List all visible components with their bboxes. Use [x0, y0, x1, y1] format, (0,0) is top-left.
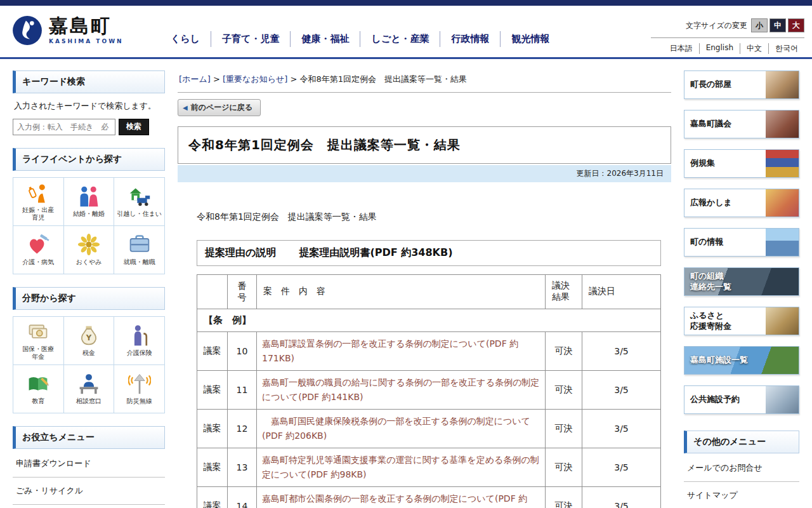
moving-icon: [128, 185, 151, 208]
category-item[interactable]: 介護保険: [114, 317, 165, 365]
case-content-cell: 嘉島町課設置条例の一部を改正する条例の制定について(PDF 約171KB): [257, 331, 546, 370]
sidebar-banner[interactable]: 町の組織 連絡先一覧: [684, 267, 799, 296]
nav-item[interactable]: 子育て・児童: [211, 31, 290, 47]
sidebar-banner[interactable]: 嘉島町施設一覧: [684, 346, 799, 375]
nav-item[interactable]: くらし: [160, 31, 211, 47]
breadcrumb-segment: [重要なお知らせ]: [211, 74, 288, 84]
mayor-photo: [766, 71, 799, 98]
life-event-label: 就職・離職: [124, 258, 155, 267]
life-event-label: 引越し・住まい: [117, 210, 162, 218]
case-number-cell: 14: [228, 487, 257, 508]
header-cell-result: 議決結果: [546, 274, 582, 309]
category-item[interactable]: 教育: [13, 365, 64, 413]
sidebar-banner[interactable]: 町長の部屋: [684, 70, 799, 99]
case-type-cell: 議案: [197, 370, 228, 409]
table-row: 議案 14 嘉島町都市公園条例の一部を改正する条例の制定について(PDF 約16…: [197, 487, 661, 508]
nursing-icon: [128, 324, 151, 347]
breadcrumb-item[interactable]: 令和8年第1回定例会 提出議案等一覧・結果: [299, 74, 467, 84]
case-result-cell: 可決: [546, 448, 582, 487]
back-button[interactable]: ◀ 前のページに戻る: [178, 99, 261, 116]
case-pdf-link[interactable]: 嘉島町国民健康保険税条例の一部を改正する条例の制定について(PDF 約206KB…: [262, 414, 540, 443]
back-arrow-icon: ◀: [183, 104, 188, 111]
font-size-button[interactable]: 小: [751, 18, 768, 32]
other-menu-header: その他のメニュー: [684, 431, 799, 453]
font-size-button[interactable]: 大: [788, 18, 804, 32]
marriage-icon: [77, 185, 100, 208]
sidebar-banner[interactable]: 例規集: [684, 149, 799, 178]
left-sidebar: キーワード検索 入力されたキーワードで検索します。 検索 ライフイベントから探す…: [13, 70, 165, 508]
useful-menu-link[interactable]: 申請書ダウンロード: [13, 450, 165, 478]
case-pdf-link[interactable]: 嘉島町課設置条例の一部を改正する条例の制定について(PDF 約171KB): [262, 337, 540, 366]
case-pdf-link[interactable]: 嘉島町都市公園条例の一部を改正する条例の制定について(PDF 約166KB): [262, 491, 540, 508]
case-pdf-link[interactable]: 嘉島町特定乳児等通園支援事業の運営に関する基準を定める条例の制定について(PDF…: [262, 453, 540, 482]
consultation-icon: [77, 372, 100, 395]
sidebar-banner[interactable]: 公共施設予約: [684, 385, 799, 414]
case-type-cell: 議案: [197, 409, 228, 448]
table-row: 議案 10 嘉島町課設置条例の一部を改正する条例の制定について(PDF 約171…: [197, 331, 661, 370]
nav-item[interactable]: 行政情報: [440, 31, 500, 47]
category-label: 教育: [32, 398, 44, 406]
site-subtitle: KASHIMA TOWN: [49, 38, 124, 44]
banner-label: 町の組織 連絡先一覧: [684, 271, 799, 293]
insurance-icon: [27, 320, 49, 343]
main-nav: くらし子育て・児童健康・福祉しごと・産業行政情報観光情報: [160, 31, 560, 47]
breadcrumb-segment: [ホーム]: [179, 74, 211, 84]
breadcrumb-item[interactable]: [ホーム]: [179, 74, 211, 84]
case-pdf-link[interactable]: 嘉島町一般職の職員の給与に関する条例の一部を改正する条例の制定について(PDF …: [262, 375, 540, 404]
other-menu-link[interactable]: メールでのお問合せ: [684, 455, 799, 482]
font-size-button[interactable]: 中: [769, 18, 786, 32]
nav-item[interactable]: 健康・福祉: [290, 31, 360, 47]
keyword-search-button[interactable]: 検索: [119, 119, 149, 135]
care-icon: [27, 233, 49, 256]
sidebar-banner[interactable]: 広報かしま: [684, 189, 799, 217]
category-label: 相談窓口: [76, 398, 102, 406]
table-body: 議案 10 嘉島町課設置条例の一部を改正する条例の制定について(PDF 約171…: [197, 331, 661, 508]
keyword-search-input[interactable]: [13, 119, 115, 135]
language-switcher: 日本語English中文한국어: [651, 38, 804, 54]
case-number-cell: 13: [228, 448, 257, 487]
condolence-icon: [77, 233, 100, 256]
other-menu-link[interactable]: サイトマップ: [684, 482, 799, 508]
tax-icon: Y: [77, 324, 100, 347]
nav-item[interactable]: しごと・産業: [360, 31, 440, 47]
content-body: 令和8年第1回定例会 提出議案等一覧・結果 提案理由の説明 提案理由説明書(PD…: [178, 211, 671, 508]
category-item[interactable]: 防災無線: [114, 365, 165, 413]
language-link[interactable]: English: [699, 43, 740, 54]
life-events-header: ライフイベントから探す: [13, 148, 165, 171]
sidebar-banner[interactable]: ふるさと 応援寄附金: [684, 307, 799, 335]
categories-header: 分野から探す: [13, 287, 165, 310]
life-event-item[interactable]: 就職・離職: [114, 226, 165, 274]
nav-item[interactable]: 観光情報: [500, 31, 560, 47]
banner-label: 例規集: [684, 158, 766, 169]
life-event-label: 結婚・離婚: [73, 210, 105, 218]
top-strip: [0, 0, 812, 6]
life-events-section: ライフイベントから探す 妊娠・出産 育児 結婚・離婚: [13, 148, 165, 274]
useful-menu-link[interactable]: ごみ・リサイクル: [13, 478, 165, 505]
category-item[interactable]: 相談窓口: [64, 365, 115, 413]
header-cell-date: 議決日: [582, 274, 661, 309]
categories-section: 分野から探す 国保・医療 年金 Y 税金: [13, 287, 165, 413]
life-event-item[interactable]: 結婚・離婚: [64, 178, 115, 226]
header-cell-type: [197, 274, 228, 309]
life-event-item[interactable]: 妊娠・出産 育児: [13, 178, 64, 226]
useful-menu-link[interactable]: 町からのお知らせ: [13, 505, 165, 508]
category-item[interactable]: 国保・医療 年金: [13, 317, 64, 365]
category-item[interactable]: Y 税金: [64, 317, 115, 365]
breadcrumb: [ホーム][重要なお知らせ]令和8年第1回定例会 提出議案等一覧・結果: [178, 70, 671, 93]
language-link[interactable]: 中文: [740, 43, 768, 54]
life-event-item[interactable]: 引越し・住まい: [114, 178, 165, 226]
case-number-cell: 10: [228, 331, 257, 370]
useful-menu-list: 申請書ダウンロードごみ・リサイクル町からのお知らせ: [13, 450, 165, 508]
body: キーワード検索 入力されたキーワードで検索します。 検索 ライフイベントから探す…: [0, 59, 812, 508]
breadcrumb-item[interactable]: [重要なお知らせ]: [223, 74, 287, 84]
life-event-item[interactable]: 介護・病気: [13, 226, 64, 274]
life-event-item[interactable]: おくやみ: [64, 226, 115, 274]
section-pdf-link[interactable]: 提案理由説明書(PDF 約348KB): [299, 246, 452, 260]
site-logo[interactable]: 嘉島町 KASHIMA TOWN: [11, 15, 124, 46]
sidebar-banner[interactable]: 嘉島町議会: [684, 110, 799, 138]
category-label: 介護保険: [127, 349, 152, 358]
sidebar-banner[interactable]: 町の情報: [684, 228, 799, 257]
language-link[interactable]: 日本語: [664, 43, 699, 54]
case-number-cell: 11: [228, 370, 257, 409]
language-link[interactable]: 한국어: [768, 43, 804, 54]
